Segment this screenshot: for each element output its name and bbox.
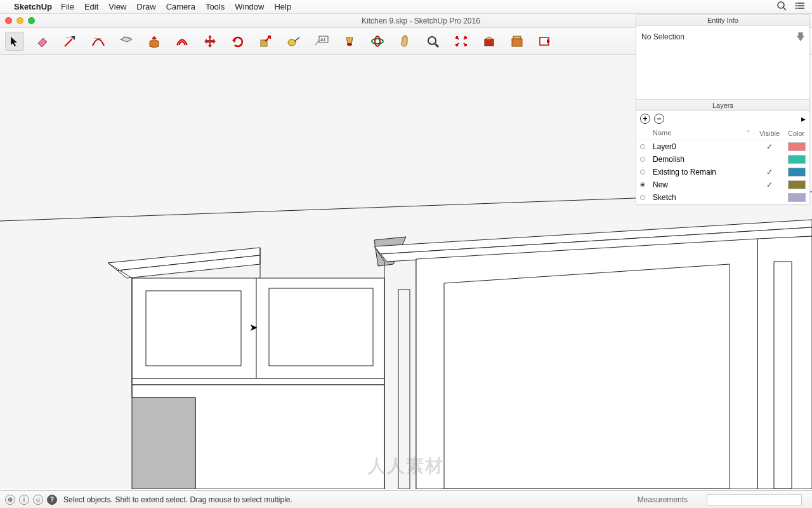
svg-line-16 — [435, 44, 438, 47]
svg-point-6 — [796, 5, 797, 6]
offset-tool[interactable] — [173, 32, 192, 51]
extension-tool[interactable] — [535, 32, 554, 51]
entity-info-selection: No Selection — [641, 32, 684, 41]
svg-point-14 — [375, 36, 380, 46]
layer-name[interactable]: Sketch — [649, 191, 755, 204]
svg-rect-32 — [132, 378, 384, 385]
layer-name[interactable]: Existing to Remain — [649, 166, 755, 178]
svg-point-0 — [778, 2, 784, 8]
layer-visible-toggle[interactable]: ✓ — [755, 140, 784, 154]
eraser-tool[interactable] — [33, 32, 52, 51]
pin-icon[interactable] — [797, 32, 804, 41]
entity-info-panel[interactable]: Entity Info No Selection — [636, 14, 810, 100]
menu-view[interactable]: View — [108, 2, 126, 11]
entity-info-title: Entity Info — [636, 15, 809, 26]
orbit-tool[interactable] — [368, 32, 387, 51]
layer-row[interactable]: Existing to Remain ✓ — [636, 166, 809, 178]
pushpull-tool[interactable] — [145, 32, 164, 51]
get-models-tool[interactable] — [480, 32, 499, 51]
zoom-extents-tool[interactable] — [452, 32, 471, 51]
layer-row[interactable]: Sketch — [636, 191, 809, 204]
measurements-input[interactable] — [707, 494, 802, 505]
tape-tool[interactable] — [284, 32, 303, 51]
svg-line-1 — [783, 8, 786, 10]
layer-name[interactable]: Demolish — [649, 153, 755, 166]
layers-table: Name ⌃ Visible Color Layer0 ✓ Demolish E… — [636, 126, 809, 204]
zoom-tool[interactable] — [424, 32, 443, 51]
app-name[interactable]: SketchUp — [14, 2, 52, 11]
svg-point-7 — [796, 8, 797, 9]
layer-visible-toggle[interactable]: ✓ — [755, 166, 784, 178]
svg-rect-18 — [512, 39, 522, 46]
layers-header-color[interactable]: Color — [784, 126, 809, 140]
svg-rect-19 — [513, 36, 521, 39]
geolocation-icon[interactable]: ⊕ — [5, 495, 15, 505]
paint-tool[interactable] — [340, 32, 359, 51]
spotlight-icon[interactable] — [776, 1, 787, 13]
status-hint: Select objects. Shift to extend select. … — [63, 495, 292, 504]
scale-tool[interactable] — [256, 32, 275, 51]
svg-rect-34 — [132, 398, 195, 489]
help-icon[interactable]: ? — [47, 495, 57, 505]
layer-color-swatch[interactable] — [788, 142, 806, 151]
menu-draw[interactable]: Draw — [136, 2, 155, 11]
line-tool[interactable] — [61, 32, 80, 51]
text-tool[interactable]: A1 — [312, 32, 331, 51]
svg-rect-17 — [485, 39, 494, 46]
svg-point-5 — [796, 3, 797, 4]
svg-point-15 — [428, 37, 436, 44]
person-icon[interactable]: ☺ — [33, 495, 43, 505]
svg-marker-42 — [757, 236, 812, 489]
layers-header-name[interactable]: Name ⌃ — [649, 126, 755, 140]
menu-edit[interactable]: Edit — [84, 2, 98, 11]
layer-active-radio[interactable] — [640, 182, 645, 187]
layer-name[interactable]: Layer0 — [649, 140, 755, 154]
layer-row[interactable]: New ✓ — [636, 178, 809, 191]
svg-text:A1: A1 — [320, 37, 326, 42]
select-tool[interactable] — [5, 32, 24, 51]
layer-row[interactable]: Layer0 ✓ — [636, 140, 809, 154]
layer-active-radio[interactable] — [640, 195, 645, 200]
menu-camera[interactable]: Camera — [166, 2, 195, 11]
macos-menubar: SketchUp File Edit View Draw Camera Tool… — [0, 0, 812, 14]
move-tool[interactable] — [200, 32, 219, 51]
rectangle-tool[interactable] — [117, 32, 136, 51]
measurements-label: Measurements — [638, 495, 688, 504]
menu-list-icon[interactable] — [796, 1, 806, 13]
window-close-icon[interactable] — [5, 17, 12, 24]
add-layer-button[interactable]: + — [640, 114, 650, 124]
layer-color-swatch[interactable] — [788, 180, 806, 189]
layer-color-swatch[interactable] — [788, 193, 806, 202]
layer-visible-toggle[interactable]: ✓ — [755, 178, 784, 191]
layer-name[interactable]: New — [649, 178, 755, 191]
rotate-tool[interactable] — [228, 32, 247, 51]
arc-tool[interactable] — [89, 32, 108, 51]
layer-visible-toggle[interactable] — [755, 191, 784, 204]
layer-row[interactable]: Demolish — [636, 153, 809, 166]
svg-marker-39 — [416, 239, 757, 489]
menu-tools[interactable]: Tools — [206, 2, 225, 11]
menu-file[interactable]: File — [61, 2, 74, 11]
layer-active-radio[interactable] — [640, 144, 645, 149]
svg-point-9 — [288, 39, 296, 46]
svg-point-13 — [372, 39, 383, 44]
layers-panel[interactable]: Layers + − ▸ Name ⌃ Visible Color Layer0… — [636, 99, 810, 204]
window-minimize-icon[interactable] — [16, 17, 23, 24]
menu-window[interactable]: Window — [235, 2, 264, 11]
window-zoom-icon[interactable] — [28, 17, 35, 24]
credits-icon[interactable]: i — [19, 495, 29, 505]
layer-active-radio[interactable] — [640, 157, 645, 162]
layer-visible-toggle[interactable] — [755, 153, 784, 166]
3dwarehouse-tool[interactable] — [508, 32, 527, 51]
layer-color-swatch[interactable] — [788, 155, 806, 164]
pan-tool[interactable] — [396, 32, 415, 51]
layers-flyout-icon[interactable]: ▸ — [801, 114, 806, 124]
status-bar: ⊕ i ☺ ? Select objects. Shift to extend … — [0, 490, 812, 508]
menu-help[interactable]: Help — [274, 2, 291, 11]
layer-color-swatch[interactable] — [788, 168, 806, 177]
layer-active-radio[interactable] — [640, 170, 645, 175]
remove-layer-button[interactable]: − — [654, 114, 664, 124]
svg-rect-28 — [132, 278, 384, 378]
layers-title: Layers — [636, 100, 809, 111]
layers-header-visible[interactable]: Visible — [755, 126, 784, 140]
